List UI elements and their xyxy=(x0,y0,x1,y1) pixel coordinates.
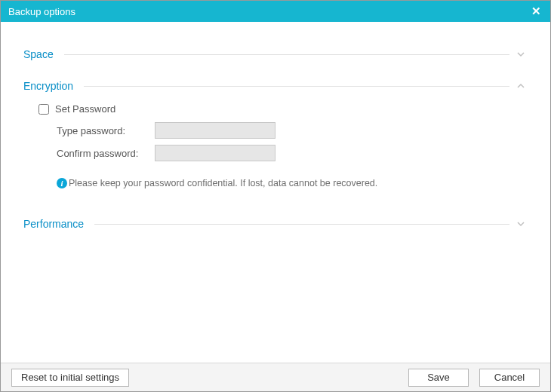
section-encryption-header[interactable]: Encryption xyxy=(23,79,528,93)
section-performance-title: Performance xyxy=(23,218,91,230)
chevron-up-icon xyxy=(514,79,528,93)
type-password-input[interactable] xyxy=(155,122,276,139)
backup-options-dialog: Backup options ✕ Space Encryption xyxy=(0,0,551,392)
divider xyxy=(94,224,509,225)
divider xyxy=(84,86,509,87)
titlebar: Backup options ✕ xyxy=(1,1,550,22)
confirm-password-label: Confirm password: xyxy=(57,148,155,159)
info-icon: i xyxy=(57,178,67,188)
set-password-row: Set Password xyxy=(38,103,528,115)
chevron-down-icon xyxy=(514,217,528,231)
dialog-content: Space Encryption Set Password xyxy=(1,22,550,363)
confirm-password-row: Confirm password: xyxy=(57,145,528,161)
dialog-footer: Reset to initial settings Save Cancel xyxy=(1,363,550,391)
window-title: Backup options xyxy=(8,6,528,17)
encryption-info-text: Please keep your password confidential. … xyxy=(69,178,377,188)
type-password-label: Type password: xyxy=(57,125,155,136)
section-performance-header[interactable]: Performance xyxy=(23,217,528,231)
section-space-header[interactable]: Space xyxy=(23,47,528,61)
cancel-button[interactable]: Cancel xyxy=(479,369,540,387)
chevron-down-icon xyxy=(514,47,528,61)
section-space-title: Space xyxy=(23,48,61,60)
section-encryption: Encryption Set Password Type password: C… xyxy=(23,79,528,199)
reset-button[interactable]: Reset to initial settings xyxy=(11,369,129,387)
set-password-checkbox[interactable] xyxy=(38,104,49,115)
section-space: Space xyxy=(23,47,528,61)
section-encryption-title: Encryption xyxy=(23,80,81,92)
encryption-info: i Please keep your password confidential… xyxy=(57,178,528,188)
section-performance: Performance xyxy=(23,217,528,231)
type-password-row: Type password: xyxy=(57,122,528,139)
divider xyxy=(64,54,509,55)
close-icon[interactable]: ✕ xyxy=(528,3,544,20)
confirm-password-input[interactable] xyxy=(155,145,276,161)
section-encryption-body: Set Password Type password: Confirm pass… xyxy=(23,93,528,199)
set-password-label: Set Password xyxy=(55,103,115,115)
save-button[interactable]: Save xyxy=(408,369,469,387)
